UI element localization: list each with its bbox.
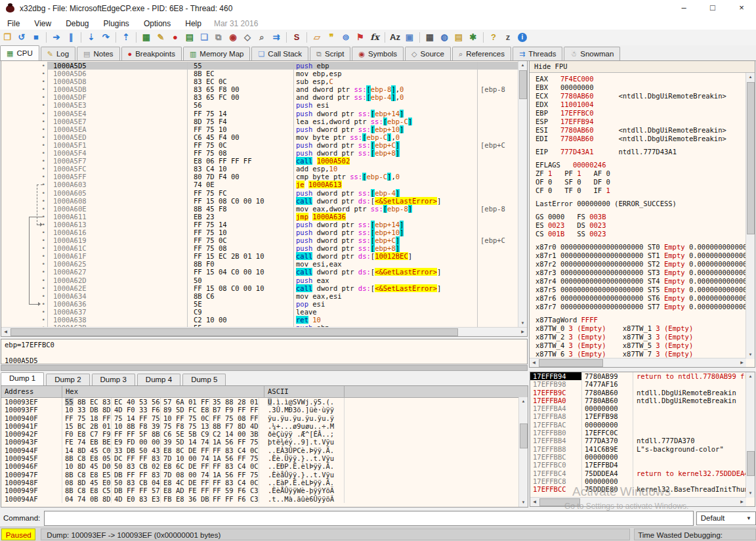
- restart-icon[interactable]: ↺: [14, 31, 29, 44]
- disasm-row[interactable]: •1000A5EAFF 75 10push dword ptr ss:[ebp+…: [1, 125, 518, 133]
- stack-row[interactable]: 17EFFBBC00000000: [530, 453, 755, 461]
- disasm-row[interactable]: •1000A5FC83 C4 10add esp,10: [1, 165, 518, 173]
- register-line[interactable]: x87r0 00000000000000000000 ST0 Empty 0.0…: [536, 243, 746, 251]
- breakpoint-dot-icon[interactable]: •: [1, 70, 47, 77]
- menu-item-file[interactable]: File: [0, 19, 27, 28]
- tab-call-stack[interactable]: ❏Call Stack: [251, 47, 308, 60]
- breakpoint-dot-icon[interactable]: •: [1, 85, 47, 93]
- register-line[interactable]: ESI 7780AB60 <ntdll.DbgUiRemoteBreakin>: [536, 126, 746, 135]
- stack-row[interactable]: 17EFFBCC75DDDE80kernel32.BaseThreadInitT…: [530, 485, 755, 493]
- menu-item-options[interactable]: Options: [136, 19, 178, 28]
- register-line[interactable]: x87r1 00000000000000000000 ST1 Empty 0.0…: [536, 251, 746, 260]
- register-line[interactable]: x87r3 00000000000000000000 ST3 Empty 0.0…: [536, 269, 746, 277]
- dump-row[interactable]: 100093EF55 8B EC 83EC 40 53 5657 6A 01 F…: [1, 398, 528, 406]
- registers-vertical-scrollbar[interactable]: ▲ ▼: [746, 73, 755, 359]
- register-line[interactable]: CF 0 TF 0 IF 1: [536, 186, 746, 195]
- disasm-row[interactable]: •1000A5D555push ebp: [1, 62, 518, 70]
- disasm-row[interactable]: •1000A5FF80 7D F4 00cmp byte ptr ss:[ebp…: [1, 173, 518, 181]
- dump-row[interactable]: 1000945F8B C8 E8 05DC FF FF 837D 10 00 7…: [1, 454, 528, 462]
- notes-card-icon[interactable]: ▤: [452, 31, 466, 44]
- tab-snowman[interactable]: ☃Snowman: [564, 47, 620, 60]
- disasm-row[interactable]: •1000A61FFF 15 EC 2B 01 10call dword ptr…: [1, 252, 518, 260]
- breakpoint-dot-icon[interactable]: •: [1, 110, 47, 118]
- disasm-row[interactable]: •1000A5DF83 65 FC 00and dword ptr ss:[eb…: [1, 93, 518, 101]
- call-stack-icon[interactable]: ❏: [197, 31, 211, 44]
- comments-icon[interactable]: ❞: [324, 31, 339, 44]
- dump-row[interactable]: 1000940FFF 75 18 FF75 14 FF 7510 FF 75 0…: [1, 414, 528, 422]
- internet-icon[interactable]: ◍: [437, 31, 452, 44]
- breakpoint-dot-icon[interactable]: •: [1, 316, 47, 324]
- source-icon[interactable]: ◇: [240, 31, 255, 44]
- references-icon[interactable]: ⌕: [255, 31, 269, 44]
- tab-memory-map[interactable]: ▥Memory Map: [183, 47, 251, 60]
- script-icon[interactable]: ⧉: [211, 31, 226, 44]
- stack-row[interactable]: 17EFFBB4777DA370ntdll.777DA370: [530, 437, 755, 444]
- breakpoint-dot-icon[interactable]: •: [1, 165, 47, 173]
- dump-tab-1[interactable]: Dump 1: [1, 372, 44, 385]
- stack-row[interactable]: 17EFFBC475DDDEA4return to kernel32.75DDD…: [530, 469, 755, 477]
- stack-row[interactable]: 17EFFBC017EFFBD4: [530, 461, 755, 469]
- disasm-row[interactable]: •1000A616FF 75 10push dword ptr ss:[ebp+…: [1, 228, 518, 236]
- stack-vertical-scrollbar[interactable]: ▲ ▼: [746, 372, 755, 498]
- disasm-row[interactable]: •1000A638C2 10 00ret 10: [1, 316, 518, 324]
- register-line[interactable]: x87r6 00000000000000000000 ST6 Empty 0.0…: [536, 294, 746, 303]
- symbols-icon[interactable]: ◉: [226, 31, 240, 44]
- register-line[interactable]: x87r5 00000000000000000000 ST5 Empty 0.0…: [536, 286, 746, 294]
- stack-row[interactable]: 17EFFBAC00000000: [530, 421, 755, 429]
- breakpoint-dot-icon[interactable]: •: [1, 125, 47, 133]
- tab-threads[interactable]: ⇉Threads: [513, 47, 562, 60]
- disasm-row[interactable]: •1000A62EFF 15 08 C0 00 10call dword ptr…: [1, 284, 518, 292]
- snowman-icon[interactable]: S: [289, 31, 304, 44]
- disasm-row[interactable]: •1000A5D883 EC 0Csub esp,C: [1, 77, 518, 85]
- run-icon[interactable]: ➔: [49, 31, 64, 44]
- disasm-row[interactable]: •1000A5E356push esi: [1, 101, 518, 109]
- menu-item-view[interactable]: View: [27, 19, 58, 28]
- dump-row[interactable]: 1000949F8B C8 E8 C5DB FF FF 57E8 AD FE F…: [1, 487, 528, 494]
- patches-icon[interactable]: ▱: [310, 31, 324, 44]
- disasm-row[interactable]: •1000A6348B C6mov eax,esi: [1, 292, 518, 300]
- register-line[interactable]: EIP 777D43A1 ntdll.777D43A1: [536, 148, 746, 156]
- register-line[interactable]: EDI 7780AB60 <ntdll.DbgUiRemoteBreakin>: [536, 135, 746, 143]
- stack-row[interactable]: 17EFFBA817EFFB98: [530, 412, 755, 420]
- ascii-table-icon[interactable]: Az: [388, 31, 402, 44]
- pause-icon[interactable]: ∥: [64, 31, 78, 44]
- disasm-row[interactable]: •1000A5E78D 75 F4lea esi,dword ptr ss:[e…: [1, 118, 518, 125]
- disasm-row[interactable]: •1000A5E4FF 75 14push dword ptr ss:[ebp+…: [1, 110, 518, 118]
- functions-icon[interactable]: fx: [368, 31, 382, 44]
- disasm-row[interactable]: •1000A5DB83 65 F8 00and dword ptr ss:[eb…: [1, 85, 518, 93]
- stop-icon[interactable]: ■: [29, 31, 43, 44]
- tab-script[interactable]: ⧉Script: [310, 47, 350, 60]
- command-input[interactable]: [44, 511, 694, 526]
- tab-symbols[interactable]: ◉Symbols: [352, 47, 404, 60]
- stack-horizontal-scrollbar[interactable]: ◀ ▶: [530, 497, 746, 506]
- dump-row[interactable]: 1000947F8B C8 E8 E5DB FF FF 837D 08 00 7…: [1, 471, 528, 479]
- menu-item-debug[interactable]: Debug: [58, 19, 96, 28]
- hide-fpu-button[interactable]: Hide FPU: [530, 61, 755, 73]
- step-into-icon[interactable]: ⇣: [84, 31, 98, 44]
- register-line[interactable]: x87TW_0 3 (Empty) x87TW_1 3 (Empty): [536, 324, 746, 333]
- disasm-row[interactable]: •1000A5F7E8 06 FF FF FFcall 1000A502: [1, 157, 518, 165]
- pane-splitter[interactable]: [1, 365, 528, 371]
- dump-vertical-scrollbar[interactable]: ▲ ▼: [518, 397, 528, 507]
- register-line[interactable]: OF 0 SF 0 DF 0: [536, 178, 746, 186]
- breakpoint-dot-icon[interactable]: •: [1, 157, 47, 165]
- tab-cpu[interactable]: ▦CPU: [0, 45, 39, 60]
- disasm-row[interactable]: •1000A5D68B ECmov ebp,esp: [1, 70, 518, 77]
- register-line[interactable]: EBP 17EFFBC0: [536, 109, 746, 118]
- register-line[interactable]: EDX 11001004: [536, 100, 746, 109]
- run-to-return-icon[interactable]: ⇡: [119, 31, 133, 44]
- register-line[interactable]: EAX 7F4EC000: [536, 75, 746, 83]
- breakpoint-dot-icon[interactable]: •: [1, 133, 47, 141]
- register-line[interactable]: ZF 1 PF 1 AF 0: [536, 169, 746, 178]
- memory-map-icon[interactable]: ▤: [182, 31, 197, 44]
- menu-item-plugins[interactable]: Plugins: [96, 19, 136, 28]
- bookmarks-icon[interactable]: ⚑: [353, 31, 368, 44]
- disasm-row[interactable]: •1000A5F4FF 75 08push dword ptr ss:[ebp+…: [1, 149, 518, 157]
- breakpoint-dot-icon[interactable]: •: [1, 77, 47, 85]
- stack-row[interactable]: 17EFFBA400000000: [530, 404, 755, 412]
- modules-icon[interactable]: ▣: [402, 31, 417, 44]
- stack-row[interactable]: 17EFFB987477AF16: [530, 380, 755, 388]
- log-icon[interactable]: ✎: [154, 31, 168, 44]
- register-line[interactable]: x87TW_4 3 (Empty) x87TW_5 3 (Empty): [536, 341, 746, 350]
- disasm-row[interactable]: •1000A6365Epop esi: [1, 300, 518, 308]
